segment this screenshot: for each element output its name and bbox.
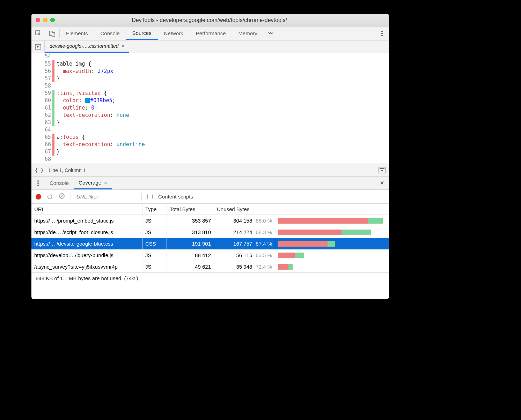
- cell-url: /async_survey?site=ylj5ifxusvvmr4p: [31, 261, 142, 272]
- inspect-element-icon[interactable]: [31, 27, 45, 40]
- code-content[interactable]: table img { max-width: 272px}:link,:visi…: [54, 53, 389, 164]
- cell-total-bytes: 88 412: [167, 249, 214, 261]
- main-tabs: ElementsConsoleSourcesNetworkPerformance…: [60, 27, 264, 40]
- cursor-position: Line 1, Column 1: [49, 167, 86, 173]
- cell-total-bytes: 49 621: [167, 261, 214, 272]
- main-tab-elements[interactable]: Elements: [60, 27, 94, 40]
- main-tab-sources[interactable]: Sources: [126, 27, 158, 40]
- content-scripts-checkbox[interactable]: [147, 194, 153, 199]
- cell-url: https://de… /script_foot_closure.js: [31, 226, 142, 238]
- svg-point-4: [381, 33, 383, 34]
- cell-unused-bytes: 35 94872.4 %: [214, 261, 275, 272]
- cell-unused-bytes: 304 15886.0 %: [214, 215, 275, 226]
- coverage-toolbar: Content scripts: [31, 190, 389, 204]
- close-tab-icon[interactable]: ×: [122, 43, 124, 49]
- drawer-tab-console[interactable]: Console: [45, 177, 74, 189]
- coverage-row[interactable]: https://develop… /jquery-bundle.jsJS88 4…: [31, 249, 389, 261]
- main-tab-memory[interactable]: Memory: [232, 27, 264, 40]
- svg-point-3: [381, 31, 383, 32]
- editor-statusbar: { } Line 1, Column 1: [31, 164, 389, 177]
- file-tab[interactable]: devsite-google-….css:formatted ×: [45, 40, 129, 53]
- separator: [141, 193, 142, 201]
- col-unused[interactable]: Unused Bytes: [214, 204, 275, 215]
- cell-url: https://… /devsite-google-blue.css: [31, 238, 142, 249]
- window-title: DevTools - developers.google.com/web/too…: [34, 17, 385, 23]
- coverage-row[interactable]: https://… /prompt_embed_static.jsJS353 8…: [31, 215, 389, 226]
- close-drawer-tab-icon[interactable]: ×: [104, 180, 107, 186]
- sources-file-tabbar: devsite-google-….css:formatted ×: [31, 40, 389, 53]
- cell-url: https://… /prompt_embed_static.js: [31, 215, 142, 226]
- coverage-table: URL Type Total Bytes Unused Bytes https:…: [31, 204, 389, 299]
- source-editor[interactable]: 545556575859606162636465666768 table img…: [31, 53, 389, 164]
- cell-type: JS: [142, 226, 167, 238]
- coverage-footer: 848 KB of 1.1 MB bytes are not used. (74…: [31, 272, 389, 284]
- cell-type: CSS: [142, 238, 167, 249]
- more-tabs-chevron-icon[interactable]: [264, 27, 278, 40]
- cell-url: https://develop… /jquery-bundle.js: [31, 249, 142, 261]
- cell-unused-bytes: 167 75787.4 %: [214, 238, 275, 249]
- svg-point-8: [37, 180, 39, 182]
- devtools-window: DevTools - developers.google.com/web/too…: [31, 14, 389, 299]
- svg-rect-2: [52, 32, 55, 36]
- svg-point-5: [381, 35, 383, 36]
- drawer-tabs: ConsoleCoverage×: [45, 177, 112, 189]
- col-type[interactable]: Type: [142, 204, 167, 215]
- coverage-rows: https://… /prompt_embed_static.jsJS353 8…: [31, 215, 389, 272]
- coverage-row[interactable]: https://… /devsite-google-blue.cssCSS191…: [31, 238, 389, 249]
- coverage-row[interactable]: https://de… /script_foot_closure.jsJS313…: [31, 226, 389, 238]
- cell-total-bytes: 313 810: [167, 226, 214, 238]
- show-sidebar-icon[interactable]: [379, 167, 386, 173]
- cell-unused-bytes: 214 22468.3 %: [214, 226, 275, 238]
- col-visualization: [275, 204, 389, 215]
- main-tab-network[interactable]: Network: [158, 27, 190, 40]
- reload-icon[interactable]: [47, 194, 53, 200]
- svg-rect-7: [380, 168, 384, 169]
- drawer-tabstrip: ConsoleCoverage× ×: [31, 177, 389, 190]
- url-filter-input[interactable]: [76, 194, 136, 200]
- line-number-gutter: 545556575859606162636465666768: [31, 53, 52, 164]
- page-navigator-icon[interactable]: [31, 40, 45, 53]
- titlebar: DevTools - developers.google.com/web/too…: [31, 14, 389, 27]
- cell-total-bytes: 191 901: [167, 238, 214, 249]
- kebab-menu-icon[interactable]: [375, 27, 389, 40]
- device-toolbar-icon[interactable]: [45, 27, 59, 40]
- close-drawer-icon[interactable]: ×: [375, 177, 389, 189]
- cell-total-bytes: 353 857: [167, 215, 214, 226]
- cell-type: JS: [142, 249, 167, 261]
- main-tab-console[interactable]: Console: [94, 27, 126, 40]
- svg-point-10: [37, 185, 39, 186]
- cell-usage-bar: [275, 238, 389, 249]
- col-url[interactable]: URL: [31, 204, 142, 215]
- drawer-tab-coverage[interactable]: Coverage×: [74, 177, 112, 189]
- drawer-kebab-menu-icon[interactable]: [31, 177, 45, 189]
- coverage-row[interactable]: /async_survey?site=ylj5ifxusvvmr4pJS49 6…: [31, 261, 389, 272]
- main-tabstrip: ElementsConsoleSourcesNetworkPerformance…: [31, 27, 389, 40]
- cell-usage-bar: [275, 215, 389, 226]
- svg-point-9: [37, 182, 39, 184]
- col-total[interactable]: Total Bytes: [167, 204, 214, 215]
- record-button[interactable]: [36, 194, 41, 200]
- main-tab-performance[interactable]: Performance: [190, 27, 232, 40]
- cell-usage-bar: [275, 226, 389, 238]
- file-tab-label: devsite-google-….css:formatted: [50, 43, 119, 49]
- clear-icon[interactable]: [59, 193, 65, 201]
- cell-unused-bytes: 56 11563.5 %: [214, 249, 275, 261]
- cell-type: JS: [142, 261, 167, 272]
- coverage-table-header: URL Type Total Bytes Unused Bytes: [31, 204, 389, 215]
- pretty-print-icon[interactable]: { }: [35, 167, 44, 173]
- svg-line-12: [60, 194, 64, 198]
- cell-usage-bar: [275, 249, 389, 261]
- cell-usage-bar: [275, 261, 389, 272]
- cell-type: JS: [142, 215, 167, 226]
- content-scripts-label: Content scripts: [158, 194, 193, 200]
- separator: [71, 193, 71, 201]
